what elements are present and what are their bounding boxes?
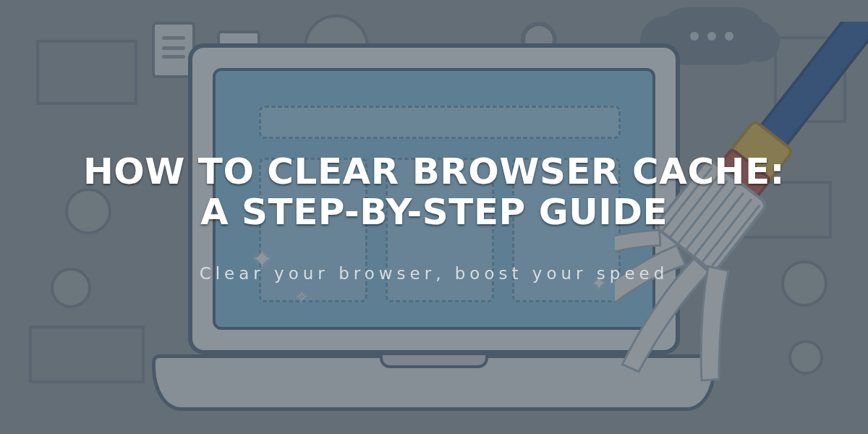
- hero-subtitle: Clear your browser, boost your speed: [200, 264, 669, 283]
- hero-title: HOW TO CLEAR BROWSER CACHE: A STEP-BY-ST…: [80, 151, 788, 232]
- hero-copy: HOW TO CLEAR BROWSER CACHE: A STEP-BY-ST…: [0, 0, 868, 434]
